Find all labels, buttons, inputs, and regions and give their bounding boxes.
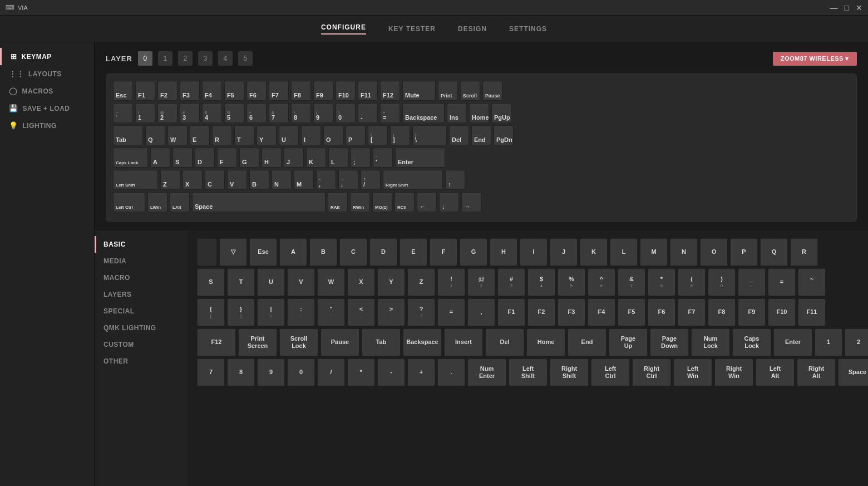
category-layers[interactable]: LAYERS <box>95 286 189 303</box>
key-z[interactable]: Z <box>160 170 180 190</box>
palette-key-m[interactable]: M <box>640 238 668 266</box>
palette-key-y[interactable]: Y <box>377 268 405 296</box>
palette-key-left-shift[interactable]: Left Shift <box>509 359 548 386</box>
key-7[interactable]: &7 <box>269 103 289 123</box>
palette-key-p[interactable]: P <box>730 238 758 266</box>
palette-key-s[interactable]: S <box>197 268 225 296</box>
palette-key-v[interactable]: V <box>287 268 315 296</box>
sidebar-item-lighting[interactable]: 💡 LIGHTING <box>0 117 94 134</box>
palette-key-num7[interactable]: 7 <box>197 359 225 386</box>
palette-key-q[interactable]: Q <box>760 238 788 266</box>
key-mo1[interactable]: MO(1) <box>372 192 392 212</box>
palette-key-c[interactable]: C <box>339 238 367 266</box>
key-m[interactable]: M <box>294 170 314 190</box>
key-f7[interactable]: F7 <box>269 81 289 101</box>
key-semicolon[interactable]: :; <box>351 148 371 168</box>
layer-5-button[interactable]: 5 <box>238 51 253 66</box>
key-f8[interactable]: F8 <box>291 81 311 101</box>
palette-key-lparen[interactable]: (9 <box>678 268 706 296</box>
palette-key-excl[interactable]: !1 <box>437 268 465 296</box>
sidebar-item-macros[interactable]: ◯ MACROS <box>0 82 94 100</box>
palette-key-caps-lock[interactable]: Caps Lock <box>732 328 771 356</box>
palette-key-u[interactable]: U <box>257 268 285 296</box>
key-2[interactable]: @2 <box>157 103 177 123</box>
key-rwin[interactable]: RWin <box>350 192 370 212</box>
key-left-shift[interactable]: Left Shift <box>113 170 158 190</box>
palette-key-qmark[interactable]: ?/ <box>407 298 435 326</box>
palette-key-numplus[interactable]: + <box>407 359 435 386</box>
palette-key-caret[interactable]: ^6 <box>588 268 615 296</box>
key-down-arrow[interactable]: ↓ <box>439 192 459 212</box>
palette-key-t[interactable]: T <box>227 268 255 296</box>
key-o[interactable]: O <box>323 125 343 145</box>
key-f4[interactable]: F4 <box>202 81 222 101</box>
palette-key-colon[interactable]: :; <box>287 298 315 326</box>
key-h[interactable]: H <box>262 148 282 168</box>
key-equal[interactable]: += <box>380 103 400 123</box>
key-f[interactable]: F <box>217 148 237 168</box>
key-f5[interactable]: F5 <box>224 81 244 101</box>
palette-key-d[interactable]: D <box>369 238 397 266</box>
key-del[interactable]: Del <box>449 125 469 145</box>
key-scroll[interactable]: Scroll <box>460 81 480 101</box>
key-lwin[interactable]: LWin <box>147 192 167 212</box>
palette-key-pf9[interactable]: F9 <box>738 298 766 326</box>
key-s[interactable]: S <box>172 148 193 168</box>
sidebar-item-layouts[interactable]: ⋮⋮ LAYOUTS <box>0 65 94 82</box>
key-pgup[interactable]: PgUp <box>491 103 511 123</box>
palette-key-pf3[interactable]: F3 <box>558 298 585 326</box>
layer-2-button[interactable]: 2 <box>178 51 193 66</box>
key-lbracket[interactable]: {[ <box>368 125 388 145</box>
key-right-shift[interactable]: Right Shift <box>383 170 443 190</box>
key-l[interactable]: L <box>328 148 348 168</box>
key-p[interactable]: P <box>346 125 366 145</box>
palette-key-gt[interactable]: >. <box>377 298 405 326</box>
category-macro[interactable]: MACRO <box>95 269 189 286</box>
key-left-ctrl[interactable]: Left Ctrl <box>113 192 145 212</box>
palette-key-right-alt[interactable]: Right Alt <box>797 359 836 386</box>
palette-key-pf2[interactable]: F2 <box>527 298 555 326</box>
key-right-arrow[interactable]: → <box>461 192 481 212</box>
palette-key-numdot[interactable]: . <box>437 359 465 386</box>
key-pause[interactable]: Pause <box>482 81 502 101</box>
palette-key-tilde[interactable]: ~` <box>798 268 826 296</box>
palette-key-left-alt[interactable]: Left Alt <box>756 359 795 386</box>
key-caps-lock[interactable]: Caps Lock <box>113 148 148 168</box>
key-up-arrow[interactable]: ↑ <box>445 170 465 190</box>
key-0[interactable]: )0 <box>336 103 356 123</box>
palette-key-right-ctrl[interactable]: Right Ctrl <box>632 359 671 386</box>
palette-key-pf12[interactable]: F12 <box>197 328 236 356</box>
palette-key-dquote[interactable]: "' <box>317 298 345 326</box>
palette-key-l[interactable]: L <box>610 238 638 266</box>
key-end[interactable]: End <box>471 125 491 145</box>
palette-key-lt[interactable]: <, <box>347 298 375 326</box>
palette-key-lbrace[interactable]: {[ <box>197 298 225 326</box>
key-t[interactable]: T <box>234 125 254 145</box>
key-e[interactable]: E <box>190 125 210 145</box>
palette-key-amp[interactable]: &7 <box>618 268 645 296</box>
palette-key-equals2[interactable]: = <box>437 298 465 326</box>
palette-key-space[interactable]: Space <box>838 359 868 386</box>
key-backspace[interactable]: Backspace <box>402 103 445 123</box>
palette-key-w[interactable]: W <box>317 268 345 296</box>
layer-4-button[interactable]: 4 <box>218 51 233 66</box>
palette-key-num1[interactable]: 1 <box>815 328 842 356</box>
key-4[interactable]: $4 <box>202 103 222 123</box>
palette-key-del2[interactable]: Del <box>485 328 524 356</box>
key-lalt[interactable]: LAlt <box>170 192 190 212</box>
palette-key-transparent[interactable]: ▽ <box>219 238 247 266</box>
palette-key-pause[interactable]: Pause <box>320 328 359 356</box>
palette-key-num0[interactable]: 0 <box>287 359 315 386</box>
nav-settings[interactable]: SETTINGS <box>509 25 547 33</box>
key-g[interactable]: G <box>239 148 259 168</box>
palette-key-enter2[interactable]: Enter <box>773 328 812 356</box>
nav-design[interactable]: DESIGN <box>458 25 487 33</box>
palette-key-num2[interactable]: 2 <box>845 328 868 356</box>
category-other[interactable]: OTHER <box>95 353 189 370</box>
palette-key-page-down[interactable]: Page Down <box>650 328 689 356</box>
palette-key-z[interactable]: Z <box>407 268 435 296</box>
close-button[interactable]: ✕ <box>856 3 862 12</box>
category-special[interactable]: SPECIAL <box>95 303 189 320</box>
key-esc[interactable]: `Esc <box>113 81 133 101</box>
palette-key-insert[interactable]: Insert <box>444 328 483 356</box>
